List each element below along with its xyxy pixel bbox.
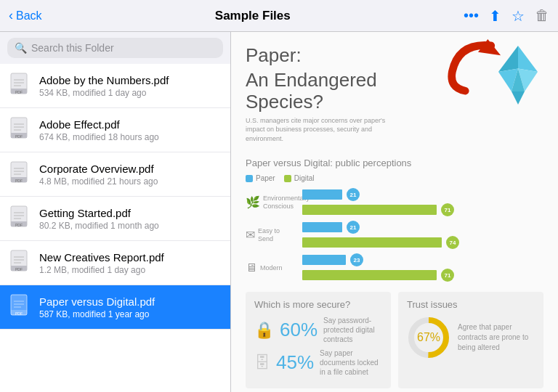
digital-bar-track: 71 (302, 269, 543, 282)
bar-row: 🖥 Modern 23 71 (246, 253, 543, 282)
security-item: 🔒 60% Say password-protected digital con… (254, 316, 382, 344)
file-icon: PDF (9, 293, 32, 322)
bar-row: 🌿 Environmentally Conscious 21 71 (246, 188, 543, 216)
bar-icon: 🌿 (246, 195, 260, 209)
security-text: Say paper documents locked in a file cab… (320, 348, 382, 377)
paper-bar (302, 222, 342, 232)
search-icon: 🔍 (15, 42, 27, 54)
security-item: 🗄 45% Say paper documents locked in a fi… (254, 348, 382, 377)
trust-title: Trust issues (407, 299, 535, 310)
digital-bar (302, 270, 437, 280)
back-button[interactable]: Back (16, 9, 42, 23)
search-placeholder: Search this Folder (31, 42, 114, 54)
decoration-area (434, 39, 551, 112)
app-header: ‹ Back Sample Files ••• ⬆ ☆ 🗑 (0, 0, 558, 32)
preview-pane: Paper: An Endangered Species? U.S. manag… (231, 32, 558, 392)
security-panel: Which is more secure? 🔒 60% Say password… (246, 292, 391, 388)
security-pct: 60% (280, 319, 318, 341)
file-icon: PDF (9, 204, 32, 233)
svg-text:PDF: PDF (15, 134, 23, 139)
file-name: Adobe by the Numbers.pdf (39, 74, 222, 86)
bar-icon: 🖥 (246, 261, 257, 274)
paper-badge: 21 (347, 221, 360, 234)
trust-percentage: 67% (417, 331, 440, 344)
trust-donut: 67% (407, 316, 450, 359)
paper-badge: 21 (347, 188, 360, 201)
pdf-icon: PDF (9, 117, 31, 143)
svg-marker-38 (498, 46, 518, 72)
header-left: ‹ Back (9, 8, 42, 23)
security-title: Which is more secure? (254, 299, 382, 310)
paper-bar (302, 189, 342, 200)
security-icon: 🗄 (254, 354, 270, 372)
bar-label: ✉ Easy to Send (246, 227, 296, 243)
file-info: Corporate Overview.pdf 4.8 MB, modified … (39, 163, 222, 187)
digital-badge: 71 (441, 203, 454, 216)
list-item[interactable]: PDF Getting Started.pdf 80.2 KB, modifie… (0, 197, 230, 241)
legend-label: Digital (294, 174, 315, 182)
trash-button[interactable]: 🗑 (535, 7, 549, 24)
security-icon: 🔒 (254, 321, 274, 340)
paper-badge: 23 (350, 253, 363, 266)
main-layout: 🔍 Search this Folder PDF Adobe by the Nu… (0, 32, 558, 392)
svg-marker-37 (518, 46, 538, 72)
file-meta: 1.2 MB, modified 1 day ago (39, 265, 222, 275)
pdf-icon: PDF (9, 161, 31, 187)
file-name: Corporate Overview.pdf (39, 163, 222, 175)
star-button[interactable]: ☆ (512, 7, 525, 25)
paper-bar-track: 21 (302, 188, 543, 201)
pdf-icon: PDF (9, 294, 31, 320)
security-items: 🔒 60% Say password-protected digital con… (254, 316, 382, 377)
legend-item: Digital (284, 174, 315, 182)
bar-label-text: Modern (260, 264, 283, 272)
svg-text:PDF: PDF (15, 223, 23, 227)
svg-marker-42 (512, 91, 525, 105)
legend-color (284, 175, 291, 182)
list-item[interactable]: PDF Paper versus Digital.pdf 587 KB, mod… (0, 285, 230, 330)
file-icon: PDF (9, 160, 32, 189)
file-meta: 80.2 KB, modified 1 month ago (39, 221, 222, 231)
pdf-icon: PDF (9, 73, 31, 99)
trust-panel: Trust issues 67% Agree that paper contra… (398, 292, 543, 388)
file-icon: PDF (9, 71, 32, 100)
search-bar-container: 🔍 Search this Folder (0, 32, 230, 64)
file-info: Getting Started.pdf 80.2 KB, modified 1 … (39, 207, 222, 231)
paper-crane-icon (485, 39, 551, 105)
list-item[interactable]: PDF New Creatives Report.pdf 1.2 MB, mod… (0, 241, 230, 285)
file-icon: PDF (9, 248, 32, 277)
chart-section: Paper versus Digital: public perceptions… (246, 158, 543, 282)
pdf-icon: PDF (9, 250, 31, 276)
file-icon: PDF (9, 115, 32, 144)
file-info: New Creatives Report.pdf 1.2 MB, modifie… (39, 251, 222, 275)
chart-legend: PaperDigital (246, 174, 543, 182)
list-item[interactable]: PDF Adobe by the Numbers.pdf 534 KB, mod… (0, 64, 230, 108)
share-button[interactable]: ⬆ (489, 7, 501, 25)
bar-label: 🌿 Environmentally Conscious (246, 195, 296, 211)
paper-bar (302, 255, 346, 265)
file-sidebar: 🔍 Search this Folder PDF Adobe by the Nu… (0, 32, 231, 392)
more-button[interactable]: ••• (464, 7, 479, 24)
list-item[interactable]: PDF Adobe Effect.pdf 674 KB, modified 18… (0, 108, 230, 152)
digital-badge: 71 (441, 269, 454, 282)
legend-label: Paper (256, 174, 275, 182)
trust-text: Agree that paper contracts are prone to … (458, 322, 530, 353)
file-info: Adobe by the Numbers.pdf 534 KB, modifie… (39, 74, 222, 98)
bar-label: 🖥 Modern (246, 261, 296, 274)
chart-title: Paper versus Digital: public perceptions (246, 158, 543, 168)
list-item[interactable]: PDF Corporate Overview.pdf 4.8 MB, modif… (0, 152, 230, 197)
bars-container: 21 74 (302, 221, 543, 249)
legend-color (246, 175, 253, 182)
header-actions: ••• ⬆ ☆ 🗑 (464, 7, 549, 25)
legend-item: Paper (246, 174, 275, 182)
page-title: Sample Files (215, 9, 291, 23)
preview-subtitle: U.S. managers cite major concerns over p… (246, 116, 391, 144)
file-meta: 534 KB, modified 1 day ago (39, 88, 222, 98)
search-input[interactable]: 🔍 Search this Folder (7, 38, 223, 58)
file-info: Adobe Effect.pdf 674 KB, modified 18 hou… (39, 118, 222, 142)
preview-title-area: Paper: An Endangered Species? U.S. manag… (246, 45, 413, 155)
digital-bar-track: 71 (302, 203, 543, 216)
security-text: Say password-protected digital contracts (323, 316, 382, 344)
preview-title-line1: Paper: (246, 45, 413, 67)
preview-content: Paper: An Endangered Species? U.S. manag… (231, 32, 558, 392)
digital-badge: 74 (446, 236, 459, 249)
